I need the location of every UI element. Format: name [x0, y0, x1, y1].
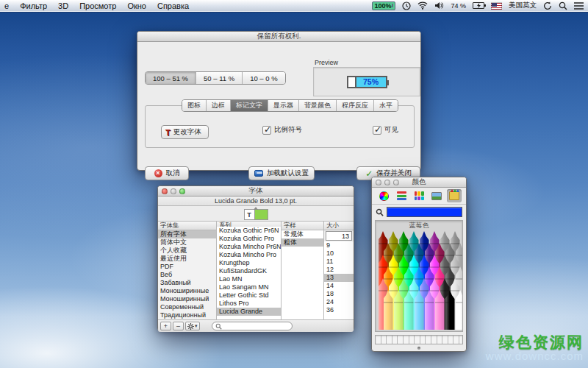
typeface-item[interactable]: 常规体 [282, 230, 323, 238]
family-item[interactable]: Lao Sangam MN [217, 283, 281, 291]
zoom-button[interactable] [393, 180, 399, 185]
collection-item[interactable]: 最近使用 [158, 255, 216, 263]
collection-item[interactable]: Забавный [158, 279, 216, 287]
menu-item[interactable]: Просмотр [79, 1, 116, 10]
wifi-icon[interactable] [417, 1, 428, 10]
family-item[interactable]: Lao MN [217, 275, 281, 283]
battery-charging-icon[interactable] [473, 2, 484, 9]
family-item[interactable]: Kozuka Gothic Pr6N [217, 227, 281, 235]
size-item[interactable]: 36 [324, 306, 354, 314]
size-item[interactable]: 12 [324, 266, 354, 274]
family-item[interactable]: Lithos Pro [217, 300, 281, 308]
swatch-strip[interactable] [375, 335, 463, 344]
typeface-header[interactable]: 字样 [282, 222, 323, 230]
font-search-field[interactable] [212, 322, 293, 330]
crayon[interactable] [445, 290, 455, 330]
crayon[interactable] [425, 290, 434, 330]
collection-item[interactable]: Современный [158, 303, 216, 311]
size-item[interactable]: 14 [324, 282, 354, 290]
family-item[interactable]: Kozuka Gothic Pro [217, 235, 281, 243]
notification-center-icon[interactable] [574, 2, 584, 10]
menu-item[interactable]: 3D [58, 1, 68, 10]
collection-item[interactable]: PDF [158, 263, 216, 271]
tab[interactable]: 图标 [182, 100, 207, 111]
resize-dimple[interactable] [417, 347, 420, 350]
typeface-item[interactable]: 粗体 [282, 238, 323, 247]
collection-item[interactable]: 个人收藏 [158, 247, 216, 255]
dialog-titlebar[interactable]: 保留所有权利. [137, 32, 420, 42]
zoom-button[interactable] [179, 188, 185, 194]
size-item[interactable]: 13 [324, 274, 354, 282]
minimize-button[interactable] [384, 180, 390, 185]
tab[interactable]: 显示器 [268, 100, 299, 111]
collection-item[interactable]: Моноширинный [158, 295, 216, 303]
font-panel-titlebar[interactable]: 字体 [158, 186, 354, 197]
size-item[interactable]: 24 [324, 298, 354, 306]
close-button[interactable] [376, 180, 381, 185]
tab[interactable]: 背景颜色 [299, 100, 337, 111]
collections-header[interactable]: 字体集 [158, 222, 216, 230]
cancel-button[interactable]: × 取消 [145, 166, 189, 180]
collection-item[interactable]: Моноширинные [158, 287, 216, 295]
sync-icon[interactable] [543, 1, 552, 10]
family-item[interactable]: Kozuka Mincho Pro [217, 251, 281, 259]
tab[interactable]: 水平 [374, 100, 398, 111]
crayon[interactable] [456, 290, 464, 330]
input-language-label[interactable]: 美国英文 [509, 1, 537, 10]
size-input[interactable]: 13 [326, 231, 352, 241]
image-palettes-tab[interactable] [429, 189, 444, 202]
menu-app-partial[interactable]: e [4, 1, 9, 10]
text-color-swatch[interactable] [255, 210, 268, 219]
loupe-icon[interactable] [376, 208, 384, 216]
color-wheel-tab[interactable] [376, 189, 391, 202]
range-segment-button[interactable]: 10 – 0 % [243, 72, 285, 84]
crayon[interactable] [415, 290, 424, 330]
spotlight-search-icon[interactable] [559, 1, 567, 10]
family-item[interactable]: Kozuka Mincho Pr6N [217, 243, 281, 251]
color-panel-titlebar[interactable]: 颜色 [372, 177, 466, 188]
size-item[interactable]: 11 [324, 258, 354, 266]
tab[interactable]: 边框 [207, 100, 231, 111]
size-item[interactable]: 18 [324, 290, 354, 298]
volume-icon[interactable] [434, 1, 444, 10]
range-segment-button[interactable]: 100 – 51 % [146, 72, 196, 84]
checkbox[interactable] [262, 126, 271, 135]
text-color-control[interactable]: T [244, 209, 268, 220]
tab[interactable]: 标记文字 [231, 100, 268, 111]
checkbox[interactable] [373, 126, 381, 135]
menu-item[interactable]: Фильтр [20, 1, 47, 10]
collection-item[interactable]: 所有字体 [158, 230, 216, 238]
range-segment-button[interactable]: 50 – 11 % [196, 72, 243, 84]
family-item[interactable]: Lucida Grande [217, 308, 281, 316]
size-item[interactable]: 10 [324, 250, 354, 258]
crayon[interactable] [394, 290, 404, 330]
close-button[interactable] [162, 188, 168, 194]
family-item[interactable]: Krungthep [217, 259, 281, 267]
menu-item[interactable]: Справка [157, 1, 189, 10]
action-menu-button[interactable]: ▾ [185, 322, 200, 330]
battery-menu-extra[interactable]: 100% [372, 1, 395, 10]
collection-item[interactable]: Традиционный [158, 311, 216, 319]
color-sliders-tab[interactable] [394, 189, 409, 202]
collection-item[interactable]: 简体中文 [158, 238, 216, 247]
color-palettes-tab[interactable] [412, 189, 426, 202]
minimize-button[interactable] [171, 188, 176, 194]
collection-item[interactable]: Веб [158, 271, 216, 279]
size-item[interactable]: 9 [324, 241, 354, 250]
change-font-button[interactable]: T 更改字体 [161, 125, 209, 139]
family-item[interactable]: Letter Gothic Std [217, 291, 281, 300]
menu-item[interactable]: Окно [127, 1, 146, 10]
selected-color-well[interactable] [387, 207, 462, 217]
tab[interactable]: 程序反应 [337, 100, 374, 111]
remove-collection-button[interactable]: – [173, 322, 184, 330]
clock-icon[interactable] [402, 1, 411, 10]
family-item[interactable]: KufiStandardGK [217, 267, 281, 275]
collapse-arrow-icon[interactable] [254, 207, 258, 210]
size-header[interactable]: 大小 [324, 222, 354, 230]
crayons-tab[interactable] [447, 189, 462, 202]
crayon[interactable] [404, 290, 414, 330]
add-collection-button[interactable]: + [160, 322, 171, 330]
crayon[interactable] [384, 290, 393, 330]
crayon[interactable] [435, 290, 445, 330]
load-defaults-button[interactable]: 加载默认设置 [248, 166, 315, 180]
